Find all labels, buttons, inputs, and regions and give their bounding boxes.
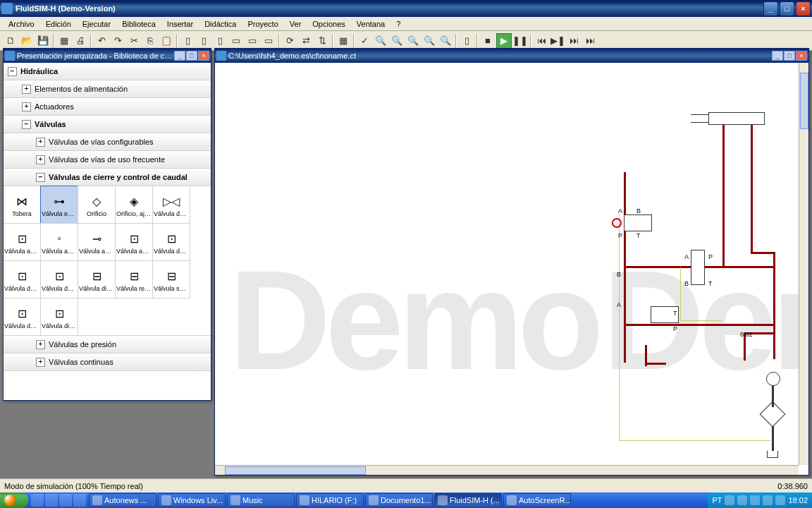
pump-symbol[interactable] — [766, 372, 780, 386]
zoom-area-button[interactable]: 🔍 — [389, 33, 405, 49]
align2-button[interactable]: ▯ — [196, 33, 211, 49]
preview-button[interactable]: ▦ — [56, 33, 72, 49]
menu-ventana[interactable]: Ventana — [351, 18, 390, 30]
task-autonews[interactable]: Autonews ... — [89, 493, 156, 507]
menu-ver[interactable]: Ver — [284, 18, 307, 30]
align6-button[interactable]: ▭ — [261, 33, 276, 49]
stop-button[interactable]: ■ — [480, 33, 496, 49]
symbol-tobera[interactable]: ⋈Tobera — [4, 186, 41, 224]
tree-valvulas[interactable]: − Válvulas — [4, 115, 211, 133]
expand-icon[interactable]: + — [22, 85, 31, 94]
library-titlebar[interactable]: Presentación jerarquizada - Biblioteca d… — [4, 49, 211, 63]
menu-help[interactable]: ? — [390, 18, 406, 30]
menu-proyecto[interactable]: Proyecto — [242, 18, 283, 30]
lib-close-button[interactable]: × — [198, 51, 209, 61]
menu-archivo[interactable]: Archivo — [3, 18, 40, 30]
collapse-icon[interactable]: − — [8, 67, 17, 76]
symbol-retorno[interactable]: ⊡Válvula de r... — [152, 223, 190, 261]
pause-button[interactable]: ❚❚ — [512, 33, 528, 49]
symbol-r2[interactable]: ⊡Válvula de r... — [40, 260, 78, 298]
circuit-titlebar[interactable]: C:\Users\fsh4_demo.es\ct\noname.ct _ □ × — [215, 49, 808, 63]
expand-icon[interactable]: + — [36, 358, 45, 367]
maximize-button[interactable]: □ — [780, 1, 794, 16]
flip-button[interactable]: ⇄ — [298, 33, 314, 49]
symbol-sele[interactable]: ⊟Válvula sele... — [152, 260, 190, 298]
circ-min-button[interactable]: _ — [772, 51, 783, 61]
menu-ejecutar[interactable]: Ejecutar — [77, 18, 116, 30]
task-autoscreen[interactable]: AutoScreenR... — [503, 493, 571, 507]
align3-button[interactable]: ▯ — [212, 33, 228, 49]
expand-icon[interactable]: + — [36, 340, 45, 349]
task-hilario[interactable]: HILARIO (F:) — [296, 493, 364, 507]
tree-elementos[interactable]: + Elementos de alimentación — [4, 80, 211, 98]
redo-button[interactable]: ↷ — [110, 33, 125, 49]
align5-button[interactable]: ▭ — [245, 33, 260, 49]
tray-icon[interactable] — [775, 495, 785, 505]
symbol-reg[interactable]: ⊟Válvula reg... — [115, 260, 153, 298]
symbol-orificio[interactable]: ◇Orificio — [78, 186, 116, 224]
symbol-valvula-de[interactable]: ▷◁Válvula de ... — [152, 186, 190, 224]
valve-4-3[interactable] — [624, 214, 652, 231]
zoom-out-button[interactable]: 🔍 — [438, 33, 453, 49]
symbol-valvula-estr[interactable]: ⊶Válvula estr... — [40, 186, 78, 224]
expand-icon[interactable]: + — [36, 138, 45, 147]
scroll-thumb[interactable] — [225, 466, 366, 475]
circuit-canvas[interactable]: Demo Demo — [215, 63, 799, 465]
tank-symbol[interactable] — [767, 451, 778, 458]
task-windowslive[interactable]: Windows Liv... — [158, 493, 226, 507]
cylinder-symbol[interactable] — [708, 112, 765, 125]
first-button[interactable]: ⏮ — [534, 33, 549, 49]
ql-desktop[interactable] — [31, 494, 44, 507]
lib-max-button[interactable]: □ — [186, 51, 197, 61]
flip-v-button[interactable]: ⇅ — [314, 33, 330, 49]
new-button[interactable]: 🗋 — [3, 33, 18, 49]
paste-button[interactable]: 📋 — [159, 33, 174, 49]
menu-didactica[interactable]: Didáctica — [199, 18, 242, 30]
tree-vias-config[interactable]: + Válvulas de vías configurables — [4, 133, 211, 151]
task-music[interactable]: Music — [227, 493, 295, 507]
zoom-fit-button[interactable]: 🔍 — [373, 33, 388, 49]
tree-root[interactable]: − Hidráulica — [4, 63, 211, 80]
scroll-thumb[interactable] — [800, 73, 808, 129]
menu-opciones[interactable]: Opciones — [307, 18, 350, 30]
tree-actuadores[interactable]: + Actuadores — [4, 97, 211, 116]
ql-more[interactable] — [73, 494, 86, 507]
lib-min-button[interactable]: _ — [174, 51, 185, 61]
circ-close-button[interactable]: × — [796, 51, 807, 61]
step-button[interactable]: ▶❚ — [550, 33, 565, 49]
expand-icon[interactable]: + — [22, 102, 31, 111]
last-button[interactable]: ⏭ — [566, 33, 582, 49]
tree-cierre-caudal[interactable]: − Válvulas de cierre y control de caudal — [4, 168, 211, 186]
cut-button[interactable]: ✂ — [126, 33, 142, 49]
page-button[interactable]: ▯ — [459, 33, 474, 49]
play-button[interactable]: ▶ — [496, 33, 512, 49]
tree-presion[interactable]: + Válvulas de presión — [4, 335, 211, 353]
task-fluidsim[interactable]: FluidSIM-H (... — [434, 493, 502, 507]
tray-icon[interactable] — [737, 495, 747, 505]
rotate-button[interactable]: ⟳ — [282, 33, 297, 49]
copy-button[interactable]: ⎘ — [142, 33, 158, 49]
grid-button[interactable]: ▦ — [336, 33, 351, 49]
tray-icon[interactable] — [763, 495, 773, 505]
expand-icon[interactable]: + — [36, 155, 45, 164]
scrollbar-vertical[interactable] — [799, 63, 808, 465]
menu-edicion[interactable]: Edición — [40, 18, 77, 30]
circ-max-button[interactable]: □ — [784, 51, 795, 61]
symbol-r1[interactable]: ⊡Válvula de r... — [4, 260, 41, 298]
symbol-anti-1[interactable]: ⊡Válvula anti... — [4, 223, 41, 261]
lang-indicator[interactable]: PT — [712, 496, 722, 504]
align-left-button[interactable]: ▯ — [180, 33, 195, 49]
tray-icon[interactable] — [725, 495, 734, 505]
task-documento[interactable]: Documento1... — [365, 493, 433, 507]
symbol-dire[interactable]: ⊟Válvula dire... — [78, 260, 116, 298]
open-button[interactable]: 📂 — [19, 33, 35, 49]
ql-explorer[interactable] — [45, 494, 58, 507]
save-button[interactable]: 💾 — [35, 33, 51, 49]
symbol-de4[interactable]: ⊡Válvula de ... — [4, 298, 41, 336]
ql-ie[interactable] — [59, 494, 72, 507]
collapse-icon[interactable]: − — [36, 173, 45, 182]
valve-4-2[interactable] — [691, 250, 705, 285]
menu-biblioteca[interactable]: Biblioteca — [116, 18, 161, 30]
tray-icon[interactable] — [750, 495, 760, 505]
close-button[interactable]: × — [796, 1, 811, 16]
